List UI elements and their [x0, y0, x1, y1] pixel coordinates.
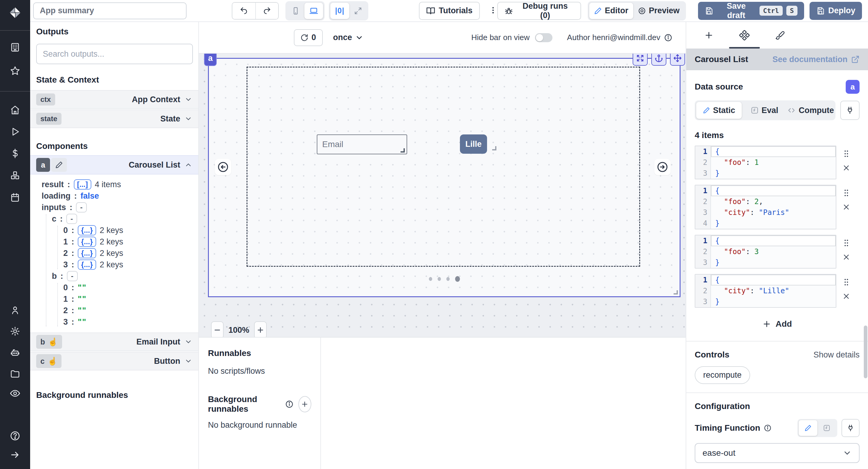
add-background-runnable-button[interactable] — [299, 396, 311, 412]
collapse-toggle[interactable]: - — [66, 214, 77, 224]
deploy-button[interactable]: Deploy — [809, 2, 862, 20]
expand-component-button[interactable] — [632, 54, 648, 66]
output-tree-row[interactable]: 0:"" — [63, 282, 198, 293]
info-icon[interactable] — [285, 400, 293, 408]
tutorials-button[interactable]: Tutorials — [419, 2, 480, 20]
output-tree-row[interactable]: 1:{...}2 keys — [63, 236, 198, 247]
recompute-button[interactable]: recompute — [695, 366, 750, 384]
zoom-out-button[interactable] — [211, 321, 224, 337]
timing-function-select[interactable]: ease-out — [695, 443, 860, 463]
code-line[interactable]: { — [711, 146, 836, 157]
info-icon[interactable] — [664, 33, 673, 42]
resize-handle[interactable] — [674, 290, 678, 294]
timing-static-button[interactable] — [799, 420, 817, 436]
drag-handle-icon[interactable] — [842, 149, 851, 158]
output-tree-row[interactable]: 0:{...}2 keys — [63, 224, 198, 236]
app-canvas[interactable]: a Lille 100% — [199, 54, 686, 337]
chevron-down-icon[interactable] — [184, 338, 192, 346]
compute-mode-button[interactable]: Compute — [787, 102, 834, 119]
gear-icon[interactable] — [0, 326, 30, 336]
expand-toggle[interactable]: {...} — [78, 225, 96, 236]
undo-button[interactable] — [232, 3, 255, 19]
chevron-down-icon[interactable] — [184, 115, 192, 123]
code-line[interactable]: "city": "Paris" — [711, 207, 836, 218]
carousel-container[interactable] — [247, 67, 640, 267]
fullwidth-layout-button[interactable] — [349, 3, 367, 19]
expand-toggle[interactable]: {...} — [78, 259, 96, 270]
eye-icon[interactable] — [0, 388, 30, 399]
output-tree-row[interactable]: inputs:- — [41, 201, 198, 213]
component-row-button[interactable]: c☝ Button — [30, 352, 198, 370]
carousel-dots[interactable] — [209, 276, 680, 282]
dollar-icon[interactable] — [0, 148, 30, 159]
carousel-item-editor[interactable]: 1{2 "foo": 2,3 "city": "Paris"4} — [695, 185, 836, 229]
output-tree-row[interactable]: 2:"" — [63, 305, 198, 316]
connect-data-button[interactable] — [840, 101, 860, 120]
code-line[interactable]: } — [711, 168, 836, 179]
mobile-view-button[interactable] — [287, 3, 304, 19]
editor-tab[interactable]: Editor — [589, 3, 633, 19]
expand-toggle[interactable]: {...} — [78, 248, 96, 258]
person-icon[interactable] — [0, 305, 30, 315]
timing-connect-button[interactable] — [841, 419, 860, 437]
desktop-view-button[interactable] — [304, 3, 323, 19]
search-outputs-input[interactable] — [36, 44, 193, 64]
play-icon[interactable] — [0, 127, 30, 137]
schedule-dropdown[interactable]: once — [333, 33, 364, 42]
state-row[interactable]: state State — [30, 110, 198, 128]
chevron-down-icon[interactable] — [184, 357, 192, 365]
debug-runs-button[interactable]: Debug runs (0) — [497, 2, 581, 20]
app-summary-input[interactable] — [33, 2, 187, 19]
output-tree-row[interactable]: loading:false — [41, 190, 198, 201]
carousel-dot[interactable] — [438, 277, 441, 281]
preview-tab[interactable]: Preview — [633, 3, 684, 19]
code-line[interactable]: { — [711, 236, 836, 246]
home-icon[interactable] — [0, 105, 30, 115]
code-line[interactable]: "foo": 3 — [711, 246, 836, 257]
component-row-carousel[interactable]: a Carousel List — [30, 155, 198, 175]
code-line[interactable]: } — [711, 218, 836, 229]
help-icon[interactable] — [0, 430, 30, 441]
drag-handle-icon[interactable] — [842, 188, 851, 197]
carousel-dot[interactable] — [455, 276, 460, 282]
code-line[interactable]: { — [711, 275, 836, 285]
scrollbar-thumb[interactable] — [864, 325, 867, 378]
chevron-up-icon[interactable] — [184, 161, 192, 169]
collapse-toggle[interactable]: - — [67, 271, 78, 281]
output-tree-row[interactable]: 3:{...}2 keys — [63, 259, 198, 270]
arrow-right-icon[interactable] — [0, 450, 30, 460]
carousel-item-editor[interactable]: 1{2 "foo": 13} — [695, 146, 836, 179]
refresh-counter[interactable]: 0 — [294, 29, 323, 46]
drag-handle-icon[interactable] — [842, 239, 851, 247]
tab-styling[interactable] — [762, 22, 798, 49]
lille-button[interactable]: Lille — [460, 134, 487, 154]
expand-toggle[interactable]: {...} — [78, 237, 96, 247]
save-draft-button[interactable]: Save draft Ctrl S — [698, 2, 804, 20]
code-line[interactable]: } — [711, 257, 836, 268]
drag-handle-icon[interactable] — [842, 278, 851, 287]
anchor-component-button[interactable] — [651, 54, 666, 66]
static-mode-button[interactable]: Static — [696, 102, 742, 119]
add-item-button[interactable]: Add — [695, 316, 860, 333]
info-icon[interactable] — [764, 424, 772, 432]
carousel-dot[interactable] — [429, 277, 432, 281]
code-line[interactable]: "city": "Lille" — [711, 285, 836, 296]
center-layout-button[interactable]: |0| — [330, 3, 349, 19]
carousel-item-editor[interactable]: 1{2 "city": "Lille"3} — [695, 274, 836, 308]
carousel-dot[interactable] — [446, 277, 450, 281]
hide-bar-toggle[interactable] — [535, 33, 553, 42]
star-icon[interactable] — [0, 66, 30, 76]
building-icon[interactable] — [0, 42, 30, 53]
code-line[interactable]: } — [711, 296, 836, 307]
carousel-prev-button[interactable] — [215, 159, 231, 175]
redo-button[interactable] — [255, 3, 278, 19]
output-tree-row[interactable]: result:[...]4 items — [41, 179, 198, 190]
delete-item-button[interactable] — [842, 203, 850, 211]
chevron-down-icon[interactable] — [184, 96, 192, 103]
cubes-icon[interactable] — [0, 170, 30, 181]
tab-insert[interactable] — [691, 22, 727, 49]
see-documentation-link[interactable]: See documentation — [772, 55, 860, 64]
component-row-email[interactable]: b☝ Email Input — [30, 333, 198, 351]
component-tag[interactable]: a — [204, 54, 217, 66]
code-line[interactable]: "foo": 2, — [711, 196, 836, 207]
